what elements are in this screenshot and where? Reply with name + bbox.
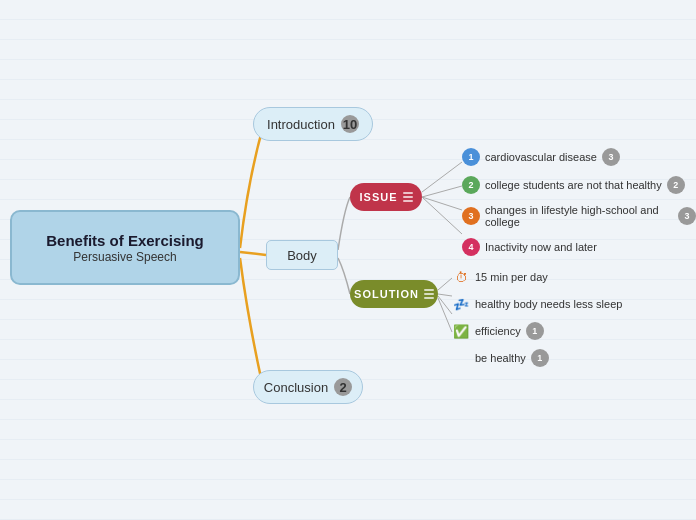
issue-label: ISSUE bbox=[359, 191, 397, 203]
check-icon: ✅ bbox=[452, 322, 470, 340]
solution-text-1: 15 min per day bbox=[475, 271, 548, 283]
healthy-icon bbox=[452, 349, 470, 367]
issue-num-1: 1 bbox=[462, 148, 480, 166]
solution-text-3: efficiency bbox=[475, 325, 521, 337]
issue-text-3: changes in lifestyle high-school and col… bbox=[485, 204, 673, 228]
solution-item-3[interactable]: ✅ efficiency 1 bbox=[452, 322, 622, 340]
solution-item-4[interactable]: be healthy 1 bbox=[452, 349, 622, 367]
issue-node[interactable]: ISSUE bbox=[350, 183, 422, 211]
solution-item-1[interactable]: ⏱ 15 min per day bbox=[452, 268, 622, 286]
solution-menu-icon bbox=[424, 289, 434, 299]
central-title: Benefits of Exercising bbox=[46, 231, 204, 251]
solution-item-2[interactable]: 💤 healthy body needs less sleep bbox=[452, 295, 622, 313]
issue-item-2[interactable]: 2 college students are not that healthy … bbox=[462, 176, 696, 194]
body-node[interactable]: Body bbox=[266, 240, 338, 270]
issue-text-2: college students are not that healthy bbox=[485, 179, 662, 191]
issue-num-2: 2 bbox=[462, 176, 480, 194]
issue-num-4: 4 bbox=[462, 238, 480, 256]
central-subtitle: Persuasive Speech bbox=[73, 250, 176, 264]
issue-menu-icon bbox=[403, 192, 413, 202]
issue-text-1: cardiovascular disease bbox=[485, 151, 597, 163]
introduction-label: Introduction bbox=[267, 117, 335, 132]
solution-node[interactable]: SOLUTION bbox=[350, 280, 438, 308]
issue-badge-1: 3 bbox=[602, 148, 620, 166]
body-label: Body bbox=[287, 248, 317, 263]
solution-text-2: healthy body needs less sleep bbox=[475, 298, 622, 310]
conclusion-badge: 2 bbox=[334, 378, 352, 396]
solution-children-list: ⏱ 15 min per day 💤 healthy body needs le… bbox=[452, 268, 622, 376]
issue-text-4: Inactivity now and later bbox=[485, 241, 597, 253]
issue-item-1[interactable]: 1 cardiovascular disease 3 bbox=[462, 148, 696, 166]
issue-badge-3: 3 bbox=[678, 207, 696, 225]
introduction-node[interactable]: Introduction 10 bbox=[253, 107, 373, 141]
issue-num-3: 3 bbox=[462, 207, 480, 225]
introduction-badge: 10 bbox=[341, 115, 359, 133]
conclusion-label: Conclusion bbox=[264, 380, 328, 395]
central-node: Benefits of Exercising Persuasive Speech bbox=[10, 210, 240, 285]
issue-children-list: 1 cardiovascular disease 3 2 college stu… bbox=[462, 148, 696, 266]
clock-icon: ⏱ bbox=[452, 268, 470, 286]
solution-badge-3: 1 bbox=[526, 322, 544, 340]
issue-item-4[interactable]: 4 Inactivity now and later bbox=[462, 238, 696, 256]
sleep-icon: 💤 bbox=[452, 295, 470, 313]
solution-badge-4: 1 bbox=[531, 349, 549, 367]
solution-text-4: be healthy bbox=[475, 352, 526, 364]
conclusion-node[interactable]: Conclusion 2 bbox=[253, 370, 363, 404]
issue-item-3[interactable]: 3 changes in lifestyle high-school and c… bbox=[462, 204, 696, 228]
issue-badge-2: 2 bbox=[667, 176, 685, 194]
solution-label: SOLUTION bbox=[354, 288, 419, 300]
